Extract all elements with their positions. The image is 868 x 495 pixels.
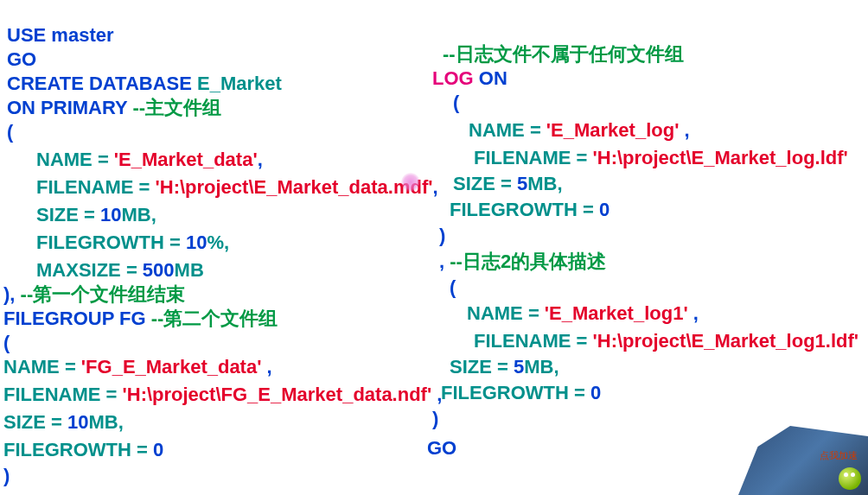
filegrowth-valA: 0: [599, 199, 610, 220]
comment-log2: --日志2的具体描述: [450, 251, 606, 272]
db-name: E_Market: [197, 73, 282, 94]
speed-label[interactable]: 点我加速: [820, 449, 858, 462]
mid-comma: ,: [439, 251, 450, 272]
rparen2: ): [3, 466, 10, 485]
filegrowth-val2: 0: [153, 439, 163, 460]
name-valA: 'E_Market_log': [546, 119, 685, 141]
filegrowth-val1: 10: [186, 232, 207, 253]
kw-create-db: CREATE DATABASE: [7, 73, 197, 94]
filename-eq1: FILENAME =: [36, 176, 156, 198]
kw-log: LOG: [432, 67, 479, 89]
comma3: ,: [267, 356, 272, 378]
filegrowth-eqB: FILEGROWTH =: [441, 382, 590, 403]
lparen2: (: [3, 333, 10, 352]
name-val1: 'E_Market_data': [114, 149, 258, 170]
name-eq1: NAME =: [36, 149, 114, 170]
filename-eqA: FILENAME =: [474, 147, 593, 168]
kw-filegroup: FILEGROUP FG: [3, 308, 151, 329]
lparen1: (: [7, 123, 13, 142]
go-right: GO: [427, 439, 456, 458]
comment-fg-end: --第一个文件组结束: [21, 283, 186, 305]
size-num2: 10: [67, 411, 88, 433]
filename-val2: 'H:\project\FG_E_Market_data.ndf': [123, 384, 437, 405]
comment-primary: --主文件组: [132, 97, 221, 118]
kw-go: GO: [7, 48, 36, 70]
filename-valB: 'H:\project\E_Market_log1.ldf': [593, 330, 859, 352]
name-eqA: NAME =: [469, 119, 546, 141]
filegrowth-eq2: FILEGROWTH =: [3, 439, 153, 460]
filegrowth-eqA: FILEGROWTH =: [450, 199, 599, 220]
lparenA: (: [453, 93, 459, 112]
maxsize-num: 500: [143, 259, 175, 281]
filename-valA: 'H:\project\E_Market_log.ldf': [593, 147, 848, 168]
rparen-comma1: ),: [3, 283, 21, 305]
filegrowth-eq1: FILEGROWTH =: [36, 232, 186, 253]
maxsize-eq: MAXSIZE =: [36, 259, 143, 281]
size-num1: 10: [100, 204, 121, 225]
size-eq2: SIZE =: [3, 411, 67, 433]
name-val2: 'FG_E_Market_data': [81, 356, 267, 378]
filegrowth-pct1: %,: [207, 232, 229, 253]
rparenA: ): [439, 226, 445, 245]
filename-val1: 'H:\project\E_Market_data.mdf': [156, 176, 433, 198]
size-numB: 5: [514, 356, 524, 378]
commaB: ,: [693, 302, 699, 324]
size-eq1: SIZE =: [36, 204, 100, 225]
comment-fg2: --第二个文件组: [151, 308, 278, 329]
rparenB: ): [432, 409, 438, 428]
name-eqB: NAME =: [467, 302, 545, 324]
size-unit2: MB,: [88, 411, 123, 433]
name-eq2: NAME =: [3, 356, 81, 378]
size-unitB: MB,: [524, 356, 558, 378]
size-numA: 5: [517, 173, 527, 194]
swoosh-ornament: [618, 0, 868, 495]
size-unitA: MB,: [527, 173, 562, 194]
size-unit1: MB,: [121, 204, 156, 225]
kw-on: ON: [479, 67, 507, 89]
commaA: ,: [685, 119, 690, 141]
filename-eq2: FILENAME =: [3, 384, 123, 405]
kw-use: USE master: [7, 24, 114, 46]
filename-eqB: FILENAME =: [474, 330, 593, 352]
size-eqA: SIZE =: [453, 173, 517, 194]
comma1: ,: [258, 149, 263, 170]
comma2: ,: [433, 176, 438, 198]
lparenB: (: [450, 278, 456, 297]
name-valB: 'E_Market_log1': [545, 302, 693, 324]
kw-on-primary: ON PRIMARY: [7, 97, 132, 118]
size-eqB: SIZE =: [450, 356, 514, 378]
filegrowth-valB: 0: [590, 382, 601, 403]
comment-log: --日志文件不属于任何文件组: [443, 45, 684, 64]
maxsize-unit: MB: [175, 259, 204, 281]
bug-icon[interactable]: [839, 467, 861, 490]
